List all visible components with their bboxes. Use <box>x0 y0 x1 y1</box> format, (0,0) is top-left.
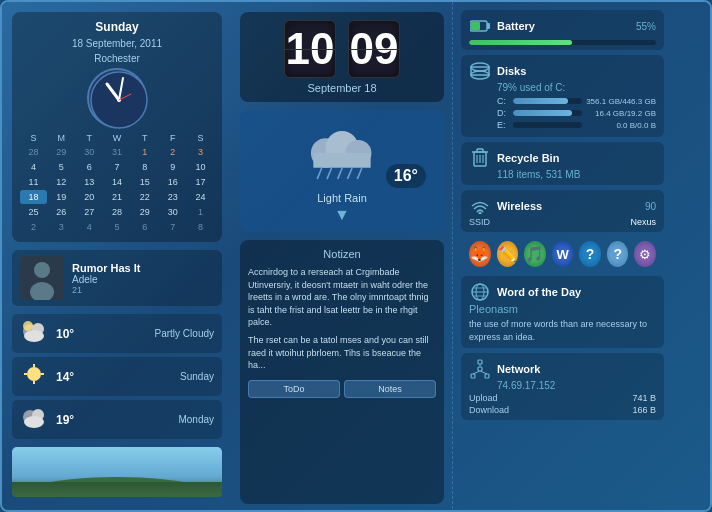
svg-line-30 <box>348 169 352 179</box>
notizen-buttons: ToDo Notes <box>248 380 436 398</box>
network-icon <box>469 358 491 380</box>
cal-day: 15 <box>131 175 158 189</box>
notes-button[interactable]: Notes <box>344 380 436 398</box>
cal-day: 2 <box>159 145 186 159</box>
svg-rect-53 <box>471 374 475 378</box>
wireless-icon <box>469 195 491 217</box>
cloudy-icon <box>20 405 48 434</box>
battery-bar-fill <box>469 40 572 45</box>
disk-d-fill <box>513 110 572 116</box>
recycle-header: Recycle Bin <box>469 147 656 169</box>
word-title-row: Word of the Day <box>469 281 656 303</box>
date-city: Rochester <box>94 53 140 64</box>
battery-header: Battery 55% <box>469 15 656 37</box>
cal-day: 13 <box>76 175 103 189</box>
upload-label: Upload <box>469 393 498 403</box>
forecast-desc-1: Partly Cloudy <box>99 328 214 339</box>
forecast-temp-3: 19° <box>56 413 91 427</box>
disk-e-size: 0.0 B/0.0 B <box>586 121 656 130</box>
word-icon[interactable]: W <box>552 241 574 267</box>
disk-c-size: 356.1 GB/446.3 GB <box>586 97 656 106</box>
cal-header-s: S <box>20 132 47 144</box>
flip-minute: 09 <box>348 20 400 78</box>
svg-line-57 <box>473 371 480 374</box>
svg-rect-54 <box>485 374 489 378</box>
network-ip: 74.69.17.152 <box>497 380 656 391</box>
music-widget: Rumor Has It Adele 21 <box>12 250 222 306</box>
cal-day: 16 <box>159 175 186 189</box>
music-info: Rumor Has It Adele 21 <box>72 262 214 295</box>
cal-day: 19 <box>48 190 75 204</box>
cal-day: 8 <box>187 220 214 234</box>
download-value: 166 B <box>632 405 656 415</box>
cal-day: 14 <box>104 175 131 189</box>
notizen-title: Notizen <box>248 248 436 260</box>
date-time-widget: Sunday 18 September, 2011 Rochester <box>12 12 222 242</box>
disk-e-bar <box>513 122 582 128</box>
cal-header-m: M <box>48 132 75 144</box>
firefox-icon[interactable]: 🦊 <box>469 241 491 267</box>
cal-day: 11 <box>20 175 47 189</box>
disk-icon <box>469 60 491 82</box>
disks-title: Disks <box>497 65 526 77</box>
svg-rect-55 <box>478 367 482 371</box>
cal-day-today: 18 <box>20 190 47 204</box>
cal-day: 5 <box>48 160 75 174</box>
flip-clock: 10 09 <box>284 20 400 78</box>
disks-details: C: 356.1 GB/446.3 GB D: 16.4 GB/19.2 GB … <box>497 96 656 130</box>
upload-value: 741 B <box>632 393 656 403</box>
cal-day: 7 <box>104 160 131 174</box>
forecast-desc-3: Monday <box>99 414 214 425</box>
globe-icon <box>469 281 491 303</box>
svg-point-12 <box>27 367 41 381</box>
svg-point-19 <box>24 416 44 428</box>
media-icon[interactable]: 🎵 <box>524 241 546 267</box>
cal-day: 5 <box>104 220 131 234</box>
date-full: 18 September, 2011 <box>72 38 162 49</box>
svg-line-58 <box>480 371 487 374</box>
forecast-item-2: 14° Sunday <box>12 357 222 396</box>
ssid-value: Nexus <box>630 217 656 227</box>
ssid-label: SSID <box>469 217 490 227</box>
cal-day: 1 <box>187 205 214 219</box>
cal-header-w: W <box>104 132 131 144</box>
left-panel: Sunday 18 September, 2011 Rochester <box>2 2 232 512</box>
cal-day: 22 <box>131 190 158 204</box>
cal-header-t1: T <box>76 132 103 144</box>
cal-day: 26 <box>48 205 75 219</box>
right-panel: Battery 55% Disks 79% used of <box>452 2 672 512</box>
weather-temp: 16° <box>386 164 426 188</box>
forecast-item-3: 19° Monday <box>12 400 222 439</box>
cal-day: 3 <box>187 145 214 159</box>
wireless-ssid-row: SSID Nexus <box>469 217 656 227</box>
disk-d-row: D: 16.4 GB/19.2 GB <box>497 108 656 118</box>
weather-forecast: 10° Partly Cloudy 14° Sunday <box>12 314 222 439</box>
weather-expand-icon[interactable]: ▼ <box>334 206 350 224</box>
svg-rect-52 <box>478 360 482 364</box>
disk-d-label: D: <box>497 108 509 118</box>
svg-line-27 <box>317 169 321 179</box>
weather-desc: Light Rain <box>317 192 367 204</box>
cal-day: 28 <box>20 145 47 159</box>
svg-point-46 <box>479 212 482 215</box>
recycle-title: Recycle Bin <box>497 152 559 164</box>
cal-day: 23 <box>159 190 186 204</box>
disk-c-bar <box>513 98 582 104</box>
cal-header-s2: S <box>187 132 214 144</box>
cal-day: 4 <box>76 220 103 234</box>
svg-rect-26 <box>313 153 370 168</box>
middle-panel: 10 09 September 18 <box>232 2 452 512</box>
cal-day: 27 <box>76 205 103 219</box>
settings-icon[interactable]: ⚙ <box>634 241 656 267</box>
download-label: Download <box>469 405 509 415</box>
help-icon-1[interactable]: ? <box>579 241 601 267</box>
help-icon-2[interactable]: ? <box>607 241 629 267</box>
battery-icon <box>469 15 491 37</box>
pencil-icon[interactable]: ✏️ <box>497 241 519 267</box>
svg-point-11 <box>23 321 33 331</box>
wireless-header: Wireless 90 <box>469 195 656 217</box>
disk-c-label: C: <box>497 96 509 106</box>
todo-button[interactable]: ToDo <box>248 380 340 398</box>
svg-line-28 <box>327 169 331 179</box>
music-track: 21 <box>72 285 214 295</box>
